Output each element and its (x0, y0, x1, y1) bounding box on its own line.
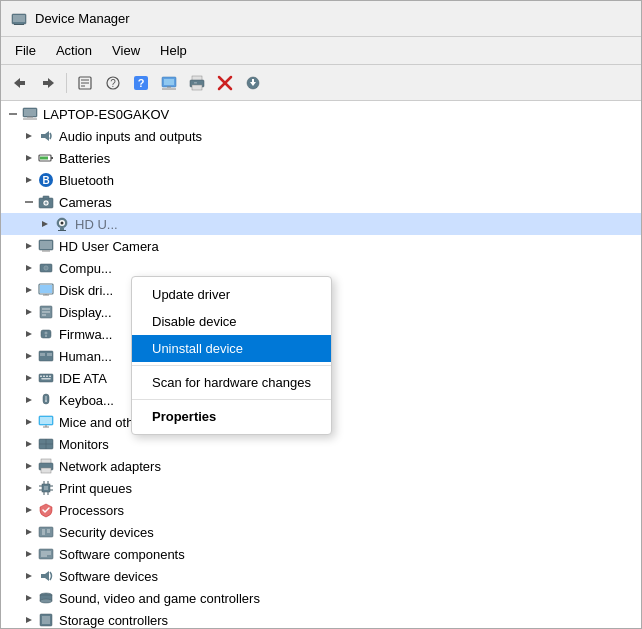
tree-item-computer[interactable]: HD User Camera (1, 235, 641, 257)
svg-rect-136 (42, 616, 50, 624)
svg-marker-91 (26, 419, 32, 425)
svg-rect-86 (42, 378, 51, 380)
svg-text:?: ? (110, 78, 116, 89)
remove-button[interactable] (212, 70, 238, 96)
back-button[interactable] (7, 70, 33, 96)
tree-item-hd-camera[interactable]: HD U... (1, 213, 641, 235)
svg-text:?: ? (138, 77, 145, 89)
expand-audio[interactable] (21, 128, 37, 144)
tree-item-bluetooth[interactable]: B Bluetooth (1, 169, 641, 191)
print-label: Network adapters (59, 459, 161, 474)
expand-system[interactable] (21, 612, 37, 628)
svg-rect-31 (24, 109, 36, 116)
expand-processors[interactable] (21, 480, 37, 496)
hd-camera-label: HD U... (75, 217, 118, 232)
expand-sound[interactable] (21, 568, 37, 584)
svg-marker-100 (26, 463, 32, 469)
firmware-icon (37, 303, 55, 321)
expand-batteries[interactable] (21, 150, 37, 166)
svg-text:B: B (42, 175, 49, 186)
expand-software-devices[interactable] (21, 546, 37, 562)
toolbar: ? ? (1, 65, 641, 101)
tree-item-batteries[interactable]: Batteries (1, 147, 641, 169)
svg-marker-130 (26, 595, 32, 601)
forward-button[interactable] (35, 70, 61, 96)
device-manager-window: Device Manager File Action View Help (0, 0, 642, 629)
help-button[interactable]: ? (128, 70, 154, 96)
tree-item-software-devices[interactable]: Software components (1, 543, 641, 565)
download-button[interactable] (240, 70, 266, 96)
expand-print[interactable] (21, 458, 37, 474)
menu-help[interactable]: Help (150, 40, 197, 61)
context-update-driver[interactable]: Update driver (132, 281, 331, 308)
context-separator-2 (132, 399, 331, 400)
expand-disk[interactable] (21, 260, 37, 276)
update-button[interactable]: ? (100, 70, 126, 96)
network-label: Monitors (59, 437, 109, 452)
tree-item-security[interactable]: Processors (1, 499, 641, 521)
svg-rect-22 (192, 85, 202, 90)
mouse-icon (37, 391, 55, 409)
tree-item-software-components[interactable]: Security devices (1, 521, 641, 543)
hid-label: Firmwa... (59, 327, 112, 342)
audio-icon (37, 127, 55, 145)
cameras-label: Cameras (59, 195, 112, 210)
tree-item-processors[interactable]: Print queues (1, 477, 641, 499)
expand-firmware[interactable] (21, 304, 37, 320)
context-uninstall-device[interactable]: Uninstall device (132, 335, 331, 362)
tree-item-cameras[interactable]: Cameras (1, 191, 641, 213)
expand-hd-camera[interactable] (37, 216, 53, 232)
svg-rect-1 (13, 15, 25, 22)
context-scan-hardware[interactable]: Scan for hardware changes (132, 369, 331, 396)
expand-security[interactable] (21, 502, 37, 518)
expand-software-components[interactable] (21, 524, 37, 540)
context-menu: Update driver Disable device Uninstall d… (131, 276, 332, 435)
tree-item-storage[interactable]: Sound, video and game controllers (1, 587, 641, 609)
menu-action[interactable]: Action (46, 40, 102, 61)
properties-button[interactable] (72, 70, 98, 96)
expand-mice[interactable] (21, 392, 37, 408)
sound-label: Software devices (59, 569, 158, 584)
svg-point-51 (61, 222, 64, 225)
svg-rect-85 (49, 376, 51, 378)
storage-icon (37, 589, 55, 607)
tree-item-sound[interactable]: Software devices (1, 565, 641, 587)
expand-root[interactable] (5, 106, 21, 122)
svg-rect-28 (252, 79, 254, 82)
expand-keyboard[interactable] (21, 370, 37, 386)
expand-computer[interactable] (21, 238, 37, 254)
svg-marker-72 (26, 331, 32, 337)
svg-marker-35 (41, 131, 49, 141)
print-button[interactable] (184, 70, 210, 96)
scan-button[interactable] (156, 70, 182, 96)
security-icon (37, 501, 55, 519)
expand-storage[interactable] (21, 590, 37, 606)
svg-marker-116 (26, 529, 32, 535)
svg-marker-96 (26, 441, 32, 447)
tree-item-network[interactable]: Monitors (1, 433, 641, 455)
context-properties[interactable]: Properties (132, 403, 331, 430)
svg-rect-103 (41, 468, 51, 473)
expand-ideata[interactable] (21, 348, 37, 364)
tree-root[interactable]: LAPTOP-ES0GAKOV (1, 103, 641, 125)
window-icon (11, 11, 27, 27)
tree-item-print[interactable]: Network adapters (1, 455, 641, 477)
svg-marker-76 (26, 353, 32, 359)
expand-hid[interactable] (21, 326, 37, 342)
svg-rect-5 (20, 81, 25, 85)
expand-network[interactable] (21, 436, 37, 452)
tree-item-system[interactable]: Storage controllers (1, 609, 641, 628)
hid-icon (37, 325, 55, 343)
expand-cameras[interactable] (21, 194, 37, 210)
tree-item-audio[interactable]: Audio inputs and outputs (1, 125, 641, 147)
context-disable-device[interactable]: Disable device (132, 308, 331, 335)
window-title: Device Manager (35, 11, 130, 26)
toolbar-separator-1 (66, 73, 67, 93)
menu-view[interactable]: View (102, 40, 150, 61)
expand-monitors[interactable] (21, 414, 37, 430)
expand-bluetooth[interactable] (21, 172, 37, 188)
system-icon (37, 611, 55, 628)
expand-display[interactable] (21, 282, 37, 298)
menu-file[interactable]: File (5, 40, 46, 61)
main-content[interactable]: LAPTOP-ES0GAKOV Audio inputs and outputs (1, 101, 641, 628)
